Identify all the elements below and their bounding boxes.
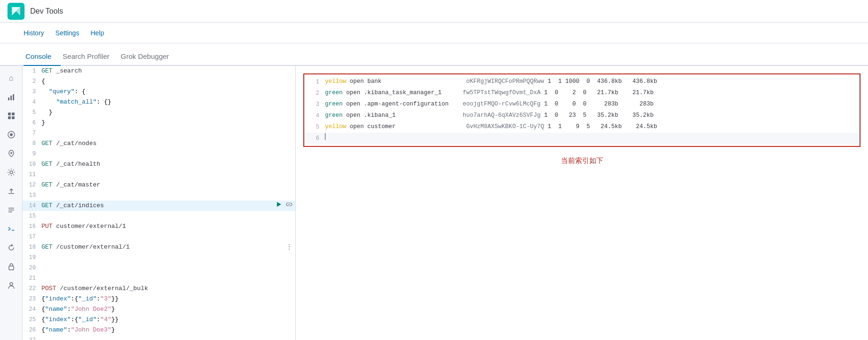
- list-icon[interactable]: [3, 202, 20, 219]
- editor-line-7[interactable]: 7: [23, 128, 295, 138]
- nav-help[interactable]: Help: [90, 27, 104, 39]
- grid-icon[interactable]: [3, 107, 20, 124]
- line-number: 3: [23, 87, 40, 97]
- line-number: 25: [23, 315, 40, 325]
- editor-line-5[interactable]: 5 }: [23, 107, 295, 118]
- line-content[interactable]: [40, 128, 295, 138]
- upload-icon[interactable]: [3, 183, 20, 200]
- line-number: 16: [23, 221, 40, 232]
- editor-line-22[interactable]: 22POST /customer/external/_bulk: [23, 283, 295, 294]
- map-icon[interactable]: [3, 145, 20, 162]
- editor-line-24[interactable]: 24{"name":"John Doe2"}: [23, 304, 295, 315]
- line-number: 21: [23, 273, 40, 283]
- result-line-text: yellow open bank oKFRgjWIRQCFoPRmPQQRww …: [325, 77, 657, 87]
- line-content[interactable]: "match_all": {}: [40, 97, 295, 107]
- home-icon[interactable]: ⌂: [3, 70, 20, 87]
- editor-line-3[interactable]: 3 "query": {: [23, 87, 295, 97]
- line-content[interactable]: GET /_cat/health: [40, 159, 295, 170]
- line-content[interactable]: PUT customer/external/1: [40, 221, 295, 232]
- editor-line-8[interactable]: 8GET /_cat/nodes: [23, 138, 295, 149]
- line-content[interactable]: [40, 170, 295, 180]
- editor-line-1[interactable]: 1GET _search: [23, 66, 295, 76]
- lock-icon[interactable]: [3, 258, 20, 275]
- refresh-icon[interactable]: [3, 239, 20, 256]
- editor-line-10[interactable]: 10GET /_cat/health: [23, 159, 295, 170]
- copy-link-button[interactable]: [285, 200, 293, 212]
- line-number: 2: [23, 76, 40, 87]
- line-content[interactable]: [40, 263, 295, 273]
- editor-line-4[interactable]: 4 "match_all": {}: [23, 97, 295, 107]
- line-number: 14: [23, 201, 40, 211]
- more-options-button[interactable]: ⋮: [285, 241, 293, 253]
- user-icon[interactable]: [3, 277, 20, 294]
- nav-settings[interactable]: Settings: [56, 27, 80, 39]
- line-content[interactable]: }: [40, 107, 295, 118]
- cursor-text: [325, 133, 329, 143]
- editor-line-2[interactable]: 2{: [23, 76, 295, 87]
- json-key: "name": [45, 326, 67, 333]
- line-content[interactable]: [40, 273, 295, 283]
- line-content[interactable]: POST /customer/external/_bulk: [40, 283, 295, 294]
- editor-line-6[interactable]: 6}: [23, 118, 295, 128]
- line-content[interactable]: [40, 335, 295, 340]
- result-subtitle: 当前索引如下: [296, 156, 868, 165]
- editor-line-17[interactable]: 17: [23, 232, 295, 242]
- editor-line-20[interactable]: 20: [23, 263, 295, 273]
- json-key: "match_all": [56, 98, 97, 105]
- editor-line-14[interactable]: 14GET /_cat/indices: [23, 201, 295, 211]
- line-content[interactable]: [40, 149, 295, 159]
- chart-icon[interactable]: [3, 89, 20, 105]
- line-number: 27: [23, 335, 40, 340]
- editor-line-18[interactable]: 18GET /customer/external/1⋮: [23, 242, 295, 252]
- line-content[interactable]: {"name":"John Doe3"}: [40, 325, 295, 335]
- editor-line-21[interactable]: 21: [23, 273, 295, 283]
- nav-history[interactable]: History: [24, 27, 44, 39]
- result-line: 2green open .kibana_task_manager_1 fw5TP…: [304, 88, 860, 99]
- index-name: bank: [367, 78, 466, 85]
- line-number: 24: [23, 304, 40, 315]
- tab-grok-debugger[interactable]: Grok Debugger: [119, 48, 178, 66]
- line-content[interactable]: "query": {: [40, 87, 295, 97]
- status-indicator: green: [325, 89, 343, 96]
- line-content[interactable]: GET /customer/external/1: [40, 242, 295, 252]
- line-content[interactable]: GET /_cat/master: [40, 180, 295, 190]
- line-content[interactable]: GET _search: [40, 66, 295, 76]
- editor-line-12[interactable]: 12GET /_cat/master: [23, 180, 295, 190]
- editor-line-11[interactable]: 11: [23, 170, 295, 180]
- svg-rect-2: [13, 94, 14, 100]
- editor-line-26[interactable]: 26{"name":"John Doe3"}: [23, 325, 295, 335]
- tab-search-profiler[interactable]: Search Profiler: [61, 48, 119, 66]
- line-content[interactable]: }: [40, 118, 295, 128]
- pri-text: 1 1: [544, 78, 562, 85]
- result-line-number: 1: [308, 77, 319, 87]
- line-content[interactable]: {"index":{"_id":"3"}}: [40, 294, 295, 304]
- terminal-icon[interactable]: [3, 220, 20, 237]
- editor-line-27[interactable]: 27: [23, 335, 295, 340]
- editor-line-9[interactable]: 9: [23, 149, 295, 159]
- line-content[interactable]: GET /_cat/nodes: [40, 138, 295, 149]
- json-key: "name": [45, 306, 67, 313]
- line-content[interactable]: [40, 232, 295, 242]
- line-content[interactable]: {"name":"John Doe2"}: [40, 304, 295, 315]
- size-text: 436.8kb 436.8kb: [590, 78, 657, 85]
- editor-line-23[interactable]: 23{"index":{"_id":"3"}}: [23, 294, 295, 304]
- line-content[interactable]: [40, 190, 295, 201]
- result-line-number: 3: [308, 100, 319, 109]
- line-content[interactable]: GET /_cat/indices: [40, 201, 295, 211]
- editor-line-16[interactable]: 16PUT customer/external/1: [23, 221, 295, 232]
- editor-pane[interactable]: 1GET _search2{3 "query": {4 "match_all":…: [23, 66, 296, 340]
- editor-line-19[interactable]: 19: [23, 252, 295, 263]
- line-content[interactable]: {"index":{"_id":"4"}}: [40, 315, 295, 325]
- line-content[interactable]: [40, 211, 295, 221]
- settings-cog-icon[interactable]: [3, 164, 20, 181]
- editor-line-15[interactable]: 15: [23, 211, 295, 221]
- line-content[interactable]: [40, 252, 295, 263]
- line-content[interactable]: {: [40, 76, 295, 87]
- tab-console[interactable]: Console: [24, 48, 61, 66]
- result-output: 1yellow open bank oKFRgjWIRQCFoPRmPQQRww…: [303, 73, 860, 147]
- editor-line-13[interactable]: 13: [23, 190, 295, 201]
- editor-line-25[interactable]: 25{"index":{"_id":"4"}}: [23, 315, 295, 325]
- method-keyword: GET: [41, 243, 52, 251]
- run-button[interactable]: [275, 200, 283, 212]
- discover-icon[interactable]: [3, 126, 20, 143]
